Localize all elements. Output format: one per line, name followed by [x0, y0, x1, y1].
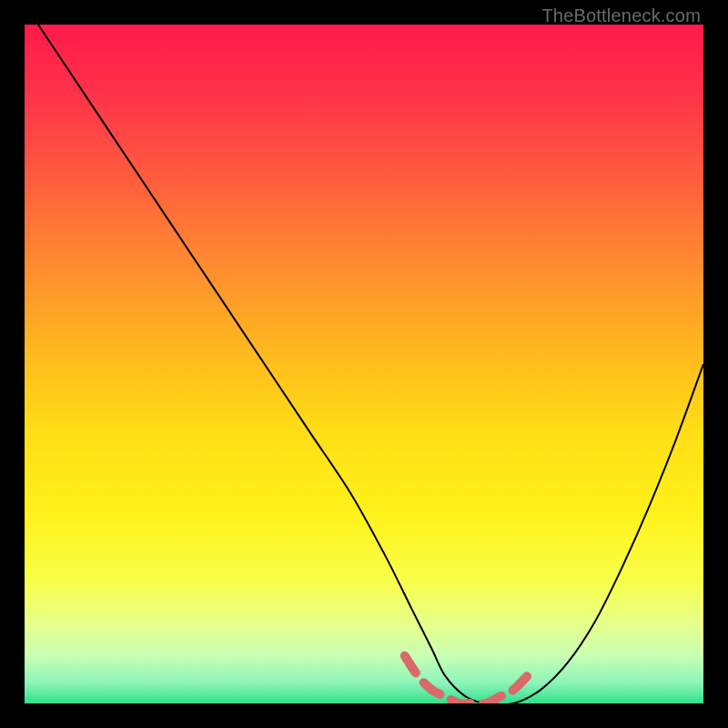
watermark-text: TheBottleneck.com: [541, 5, 701, 26]
bottleneck-curve: [38, 25, 703, 703]
chart-container: TheBottleneck.com: [0, 0, 728, 728]
curve-layer: [25, 25, 703, 703]
plot-area: [25, 25, 703, 703]
